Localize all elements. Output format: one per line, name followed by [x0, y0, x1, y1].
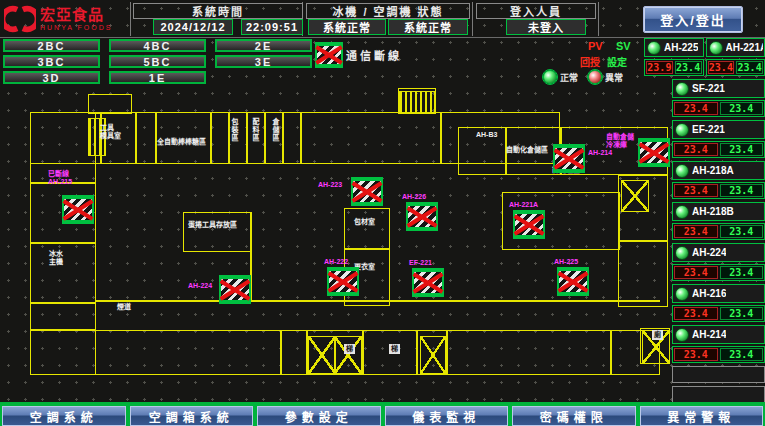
sv-value: 23.4 — [720, 348, 764, 361]
room-label: 梯 — [344, 344, 355, 354]
stairwell-x-icon — [308, 336, 336, 374]
status-led-icon — [675, 123, 689, 137]
unit-name-label: AH-218B — [692, 206, 734, 217]
alarm-icon-AH-214[interactable] — [553, 144, 585, 173]
wall-segment — [362, 330, 364, 375]
alarm-tag-label: AH-225 — [554, 258, 578, 266]
unit-block: AH-21623.423.4 — [672, 284, 765, 322]
unit-block: AH-218A23.423.4 — [672, 161, 765, 199]
wall-segment — [30, 302, 96, 304]
unit-pair-col: AH-22523.923.4 — [644, 38, 704, 76]
alarm-icon-已斷線-AH-215[interactable] — [62, 195, 94, 224]
alarm-icon-AH-225[interactable] — [557, 267, 589, 296]
alarm-tag-label: 自動倉儲 冷凍庫 — [606, 133, 634, 150]
menu-button-空調系統[interactable]: 空調系統 — [0, 404, 128, 426]
unit-temps: 23.423.4 — [672, 182, 765, 199]
alarm-icon-AH-224[interactable] — [219, 275, 251, 304]
alarm-icon-AH-223[interactable] — [351, 177, 383, 206]
room-label: 蛋捲工具存放區 — [188, 221, 237, 229]
alarm-icon-AH-222[interactable] — [327, 267, 359, 296]
room-label: 煙道 — [117, 303, 131, 311]
room-label: 梯 — [389, 344, 400, 354]
sv-value: 23.4 — [720, 184, 764, 197]
unit-AH-214[interactable]: AH-214 — [672, 325, 765, 344]
unit-block: AH-218B23.423.4 — [672, 202, 765, 240]
wall-segment — [95, 330, 660, 375]
room-label: AH-B3 — [476, 131, 497, 139]
status-led-icon — [675, 287, 689, 301]
unit-pair-col: AH-221A23.423.4 — [706, 38, 765, 76]
alarm-tag-label: 已斷線 AH-215 — [48, 170, 72, 187]
alarm-icon-AH-221A[interactable] — [513, 210, 545, 239]
unit-panel: AH-22523.923.4AH-221A23.423.4SF-22123.42… — [644, 38, 765, 403]
sv-value: 23.4 — [720, 266, 764, 279]
pv-value: 23.4 — [674, 143, 718, 156]
sv-value: 23.4 — [675, 61, 702, 74]
status-led-icon — [675, 328, 689, 342]
status-led-icon — [675, 246, 689, 260]
pv-value: 23.4 — [674, 307, 718, 320]
menu-button-儀表監視[interactable]: 儀表監視 — [383, 404, 511, 426]
unit-AH-218B[interactable]: AH-218B — [672, 202, 765, 221]
unit-block: SF-22123.423.4 — [672, 79, 765, 117]
unit-temps: 23.423.4 — [672, 264, 765, 281]
unit-AH-225[interactable]: AH-225 — [644, 38, 704, 57]
unit-block: AH-22423.423.4 — [672, 243, 765, 281]
unit-AH-224[interactable]: AH-224 — [672, 243, 765, 262]
wall-segment — [264, 112, 266, 164]
unit-temps: 23.423.4 — [672, 100, 765, 117]
wall-segment — [135, 112, 137, 164]
menu-button-異常警報[interactable]: 異常警報 — [638, 404, 765, 426]
wall-segment — [88, 94, 132, 114]
unit-AH-218A[interactable]: AH-218A — [672, 161, 765, 180]
unit-name-label: AH-216 — [692, 288, 726, 299]
unit-AH-221A[interactable]: AH-221A — [706, 38, 765, 57]
pv-value: 23.4 — [674, 102, 718, 115]
wall-segment — [246, 112, 248, 164]
pv-value: 23.4 — [708, 61, 735, 74]
stair-hatch — [399, 91, 435, 113]
unit-temps: 23.423.4 — [672, 305, 765, 322]
wall-segment — [344, 248, 390, 250]
menu-button-參數設定[interactable]: 參數設定 — [255, 404, 383, 426]
unit-temps: 23.423.4 — [672, 346, 765, 363]
unit-name-label: EF-221 — [692, 124, 725, 135]
unit-name-label: AH-224 — [692, 247, 726, 258]
alarm-icon-EF-221[interactable] — [412, 268, 444, 297]
menu-button-密碼權限[interactable]: 密碼權限 — [510, 404, 638, 426]
pv-value: 23.4 — [674, 225, 718, 238]
status-led-icon — [675, 164, 689, 178]
status-led-icon — [709, 41, 723, 55]
unit-SF-221[interactable]: SF-221 — [672, 79, 765, 98]
stairwell-x-icon — [334, 336, 362, 374]
room-label: 配料區 — [251, 118, 259, 142]
unit-temps: 23.423.4 — [706, 59, 765, 76]
empty-unit-slot — [672, 386, 765, 403]
wall-segment — [280, 330, 282, 375]
unit-name-label: AH-218A — [692, 165, 734, 176]
alarm-tag-label: AH-221A — [509, 201, 538, 209]
empty-unit-slot — [672, 366, 765, 383]
sv-value: 23.4 — [720, 102, 764, 115]
unit-temps: 23.923.4 — [644, 59, 704, 76]
wall-segment — [30, 330, 96, 375]
wall-segment — [30, 242, 96, 244]
status-led-icon — [675, 82, 689, 96]
pv-value: 23.9 — [646, 61, 673, 74]
unit-name-label: AH-225 — [664, 42, 698, 53]
hmi-screen: 宏亞食品 HUNYA FOODS 系統時間 2024/12/12 22:09:5… — [0, 0, 765, 426]
unit-EF-221[interactable]: EF-221 — [672, 120, 765, 139]
unit-AH-216[interactable]: AH-216 — [672, 284, 765, 303]
room-label: 倉儲區 — [271, 118, 279, 142]
wall-segment — [610, 330, 612, 375]
alarm-tag-label: AH-224 — [188, 282, 212, 290]
wall-segment — [282, 112, 284, 164]
room-label: 冰水 主機 — [49, 250, 63, 266]
unit-block: AH-21423.423.4 — [672, 325, 765, 363]
alarm-tag-label: AH-222 — [324, 258, 348, 266]
unit-block: EF-22123.423.4 — [672, 120, 765, 158]
pv-value: 23.4 — [674, 266, 718, 279]
alarm-icon-AH-226[interactable] — [406, 202, 438, 231]
menu-button-空調箱系統[interactable]: 空調箱系統 — [128, 404, 256, 426]
room-label: 包材室 — [354, 218, 375, 226]
